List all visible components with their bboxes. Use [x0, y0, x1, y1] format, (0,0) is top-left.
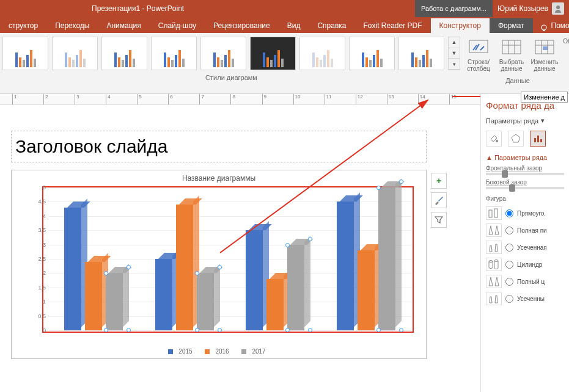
bar-group[interactable]: [321, 187, 412, 330]
shape-option[interactable]: Полная пи: [486, 222, 564, 239]
chevron-down-icon: ▾: [541, 117, 545, 125]
chart-styles-more[interactable]: ▲▼▾: [448, 37, 460, 70]
tab-transitions[interactable]: Переходы: [46, 18, 98, 33]
chart-object[interactable]: Название диаграммы 00,511,522,533,544,55: [11, 170, 427, 359]
svg-rect-12: [543, 46, 548, 50]
gap-depth-slider[interactable]: [486, 173, 564, 175]
effects-options-tab[interactable]: [508, 131, 524, 147]
shape-radio[interactable]: [505, 261, 513, 269]
bar[interactable]: [337, 201, 354, 330]
svg-rect-21: [494, 209, 497, 217]
chart-style-thumb[interactable]: [2, 37, 48, 70]
shape-radio[interactable]: [505, 278, 513, 286]
bar[interactable]: [358, 250, 375, 330]
svg-rect-2: [543, 30, 545, 31]
refresh-data-button[interactable]: Об: [562, 37, 569, 73]
chart-style-thumb[interactable]: [151, 37, 197, 70]
scroll-up-icon[interactable]: ▲: [449, 37, 460, 48]
shape-icon: [486, 223, 502, 237]
data-group: Строка/ столбец Выбрать данные Изменить …: [463, 33, 569, 93]
tab-animations[interactable]: Анимация: [98, 18, 149, 33]
switch-row-column-button[interactable]: Строка/ столбец: [463, 37, 494, 73]
shape-radio[interactable]: [505, 244, 513, 252]
chart-style-thumb[interactable]: [398, 37, 444, 70]
bar[interactable]: [64, 208, 81, 330]
tab-help[interactable]: Справка: [309, 18, 354, 33]
series-options-tab[interactable]: [530, 131, 546, 147]
switch-row-column-icon: [468, 38, 489, 57]
shape-icon: [486, 292, 502, 305]
shape-option[interactable]: Усеченная: [486, 239, 564, 256]
bar[interactable]: [246, 230, 263, 330]
slide[interactable]: Заголовок слайда Название диаграммы 00,5…: [11, 125, 427, 381]
expand-icon[interactable]: ▾: [449, 59, 460, 70]
shape-radio[interactable]: [505, 209, 513, 217]
gap-depth-label: Фронтальный зазор: [486, 165, 564, 172]
chart-style-thumb[interactable]: [299, 37, 345, 70]
chart-styles-button[interactable]: [431, 192, 447, 208]
shape-radio[interactable]: [505, 295, 513, 303]
app-title: Презентация1 - PowerPoint: [0, 4, 184, 13]
svg-marker-16: [512, 134, 520, 142]
tell-me-label[interactable]: Помощни: [549, 18, 569, 33]
chart-style-thumb[interactable]: [250, 37, 296, 70]
tab-format[interactable]: Формат: [490, 18, 533, 33]
slide-title-placeholder[interactable]: Заголовок слайда: [11, 131, 427, 162]
chart-title[interactable]: Название диаграммы: [12, 170, 426, 186]
ribbon-tabs: структор Переходы Анимация Слайд-шоу Рец…: [0, 17, 569, 33]
shape-option[interactable]: Усеченны: [486, 290, 564, 307]
svg-marker-24: [490, 245, 492, 252]
gap-width-slider[interactable]: [486, 187, 564, 189]
bar[interactable]: [85, 262, 102, 330]
shape-icon: [486, 206, 502, 220]
bar[interactable]: [266, 279, 284, 330]
chart-legend[interactable]: 2015 2016 2017: [12, 348, 426, 355]
chart-plot-area[interactable]: 00,511,522,533,544,55: [48, 187, 411, 330]
svg-marker-23: [495, 226, 499, 234]
tell-me-bulb-icon[interactable]: [539, 23, 549, 33]
bar-group[interactable]: [139, 187, 230, 330]
svg-point-0: [556, 5, 560, 9]
gap-width-label: Боковой зазор: [486, 179, 564, 186]
format-pane-subtitle[interactable]: Параметры ряда ▾: [481, 114, 569, 127]
chart-style-thumb[interactable]: [200, 37, 246, 70]
shape-option[interactable]: Цилиндр: [486, 256, 564, 273]
edit-data-button[interactable]: Изменить данные: [529, 37, 560, 73]
shape-option[interactable]: Прямоуго.: [486, 205, 564, 222]
bar[interactable]: [176, 205, 193, 330]
tab-review[interactable]: Рецензирование: [205, 18, 279, 33]
chart-style-thumb[interactable]: [101, 37, 147, 70]
ribbon-body: ▲▼▾ Стили диаграмм Строка/ столбец Выбра…: [0, 33, 569, 94]
tab-view[interactable]: Вид: [279, 18, 309, 33]
canvas-area[interactable]: 123456789101112131415 Заголовок слайда Н…: [0, 94, 480, 392]
tab-insert-partial[interactable]: структор: [0, 18, 46, 33]
chart-elements-button[interactable]: +: [431, 173, 447, 189]
bar-group[interactable]: [48, 187, 139, 330]
tab-slideshow[interactable]: Слайд-шоу: [150, 18, 205, 33]
chart-style-thumb[interactable]: [349, 37, 395, 70]
shape-label: Цилиндр: [517, 261, 542, 268]
bar[interactable]: [155, 259, 172, 330]
series-options-section[interactable]: ▲ Параметры ряда: [486, 154, 564, 161]
bar[interactable]: [106, 273, 123, 330]
shape-option[interactable]: Полный ц: [486, 273, 564, 290]
fill-options-tab[interactable]: [486, 131, 502, 147]
edit-data-icon: [534, 38, 555, 57]
bar-chart-icon: [532, 133, 543, 144]
svg-point-26: [489, 261, 493, 263]
shape-label: Полная пи: [517, 227, 547, 234]
shape-radio[interactable]: [505, 227, 513, 234]
bar[interactable]: [197, 273, 214, 330]
user-account[interactable]: Юрий Козырев: [493, 0, 569, 17]
tab-design[interactable]: Конструктор: [431, 18, 490, 33]
chart-style-thumb[interactable]: [52, 37, 98, 70]
svg-rect-17: [534, 138, 536, 142]
bar-group[interactable]: [230, 187, 321, 330]
tab-foxit[interactable]: Foxit Reader PDF: [354, 18, 430, 33]
scroll-down-icon[interactable]: ▼: [449, 48, 460, 59]
bar[interactable]: [287, 245, 304, 330]
chart-filters-button[interactable]: [431, 212, 447, 228]
bar[interactable]: [378, 187, 395, 330]
shape-icon: [486, 241, 502, 254]
select-data-button[interactable]: Выбрать данные: [496, 37, 527, 73]
